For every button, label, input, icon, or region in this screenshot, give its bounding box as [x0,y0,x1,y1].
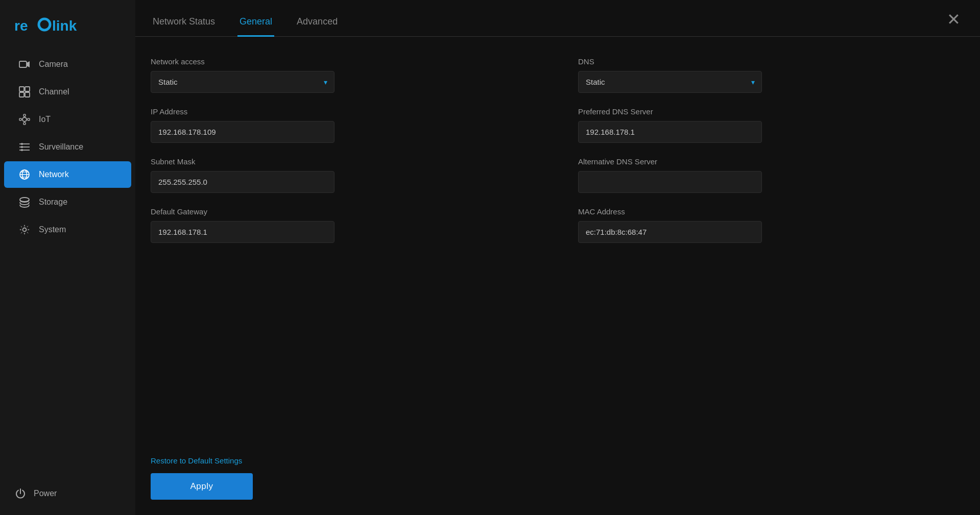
svg-rect-9 [22,117,27,121]
svg-point-26 [23,228,27,232]
reolink-logo: re link [14,14,96,35]
network-access-group: Network access DHCP Static ▾ [151,57,537,93]
left-column: Network access DHCP Static ▾ IP Address [151,57,537,257]
svg-rect-10 [23,114,26,116]
network-access-label: Network access [151,57,537,66]
mac-address-input[interactable] [578,221,762,243]
preferred-dns-input[interactable] [578,121,762,143]
close-button[interactable]: ✕ [943,9,965,30]
svg-point-19 [21,149,23,151]
power-label: Power [34,489,57,498]
sidebar-item-label: Channel [39,87,69,96]
right-column: DNS Auto Static ▾ Preferred DNS Server [578,57,965,257]
sidebar-item-storage[interactable]: Storage [4,189,131,215]
dns-label: DNS [578,57,965,66]
ip-address-group: IP Address [151,107,537,143]
power-icon [14,487,27,500]
tab-advanced[interactable]: Advanced [295,10,340,37]
alternative-dns-label: Alternative DNS Server [578,157,965,166]
default-gateway-label: Default Gateway [151,207,537,216]
svg-point-18 [21,146,23,148]
dns-group: DNS Auto Static ▾ [578,57,965,93]
restore-default-link[interactable]: Restore to Default Settings [151,456,242,465]
svg-rect-8 [25,92,30,97]
svg-rect-12 [19,118,21,120]
ip-address-label: IP Address [151,107,537,116]
surveillance-icon [18,141,31,153]
apply-button[interactable]: Apply [151,473,253,500]
network-access-select[interactable]: DHCP Static [151,71,334,93]
sidebar-item-channel[interactable]: Channel [4,79,131,105]
network-access-select-wrapper: DHCP Static ▾ [151,71,334,93]
svg-rect-6 [25,87,30,91]
default-gateway-group: Default Gateway [151,207,537,243]
tabs-bar: Network Status General Advanced [135,0,980,37]
subnet-mask-input[interactable] [151,171,334,193]
sidebar-item-system[interactable]: System [4,216,131,243]
sidebar-item-label: System [39,225,66,234]
sidebar-item-iot[interactable]: IoT [4,106,131,133]
dns-select-wrapper: Auto Static ▾ [578,71,762,93]
storage-icon [18,196,31,208]
sidebar-item-label: Camera [39,60,68,69]
footer-area: Restore to Default Settings Apply [135,446,980,515]
svg-marker-4 [27,61,30,67]
sidebar-item-camera[interactable]: Camera [4,51,131,78]
svg-rect-7 [19,92,24,97]
svg-text:re: re [14,18,28,34]
svg-rect-11 [23,122,26,125]
iot-icon [18,113,31,126]
sidebar-item-label: IoT [39,115,51,124]
default-gateway-input[interactable] [151,221,334,243]
sidebar-item-network[interactable]: Network [4,161,131,188]
sidebar-item-surveillance[interactable]: Surveillance [4,134,131,160]
preferred-dns-label: Preferred DNS Server [578,107,965,116]
main-content: Network Status General Advanced ✕ Networ… [135,0,980,515]
channel-icon [18,86,31,98]
mac-address-label: MAC Address [578,207,965,216]
svg-rect-3 [19,61,27,67]
system-icon [18,224,31,236]
camera-icon [18,58,31,70]
logo-area: re link [0,0,135,45]
tab-network-status[interactable]: Network Status [151,10,217,37]
mac-address-group: MAC Address [578,207,965,243]
sidebar-item-label: Network [39,170,69,179]
sidebar-item-label: Storage [39,198,67,207]
form-grid: Network access DHCP Static ▾ IP Address [151,57,965,257]
alternative-dns-input[interactable] [578,171,762,193]
svg-rect-13 [28,118,30,120]
sidebar-item-label: Surveillance [39,142,83,152]
svg-rect-5 [19,87,24,91]
alternative-dns-group: Alternative DNS Server [578,157,965,193]
ip-address-input[interactable] [151,121,334,143]
sidebar-nav: Camera Channel [0,45,135,477]
tab-general[interactable]: General [237,10,274,37]
svg-point-25 [20,198,29,202]
power-button[interactable]: Power [0,477,135,515]
svg-point-1 [39,19,50,30]
svg-point-17 [21,143,23,145]
sidebar: re link Camera [0,0,135,515]
subnet-mask-group: Subnet Mask [151,157,537,193]
network-icon [18,168,31,181]
preferred-dns-group: Preferred DNS Server [578,107,965,143]
dns-select[interactable]: Auto Static [578,71,762,93]
subnet-mask-label: Subnet Mask [151,157,537,166]
content-area: Network access DHCP Static ▾ IP Address [135,37,980,446]
svg-text:link: link [52,18,77,34]
